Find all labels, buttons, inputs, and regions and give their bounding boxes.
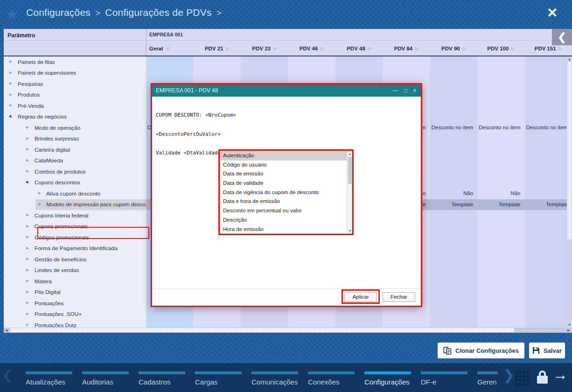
field-option[interactable]: Hora de emissão [220,225,347,234]
nav-item-geren[interactable]: Geren [477,371,498,386]
grid-cell[interactable]: Não [477,188,524,199]
vertical-scrollbar[interactable]: ▲ ▼ [567,56,572,328]
tree-item[interactable]: ▶Produtos [4,90,146,101]
tree-collapsed-icon[interactable]: ▶ [26,159,29,162]
breadcrumb-item-configuracoes[interactable]: Configurações [26,7,91,18]
scroll-down-icon[interactable]: ▼ [568,323,571,326]
tree-item[interactable]: ▶Carteira digital [4,144,146,155]
nav-item-auditorias[interactable]: Auditorias [82,371,131,386]
tree-item[interactable]: ▶Matera [4,276,146,287]
tree-collapsed-icon[interactable]: ▶ [26,290,29,294]
tree-collapsed-icon[interactable]: ▶ [9,71,12,75]
tree-item[interactable]: ▶Ativa cupom desconto [4,188,146,199]
tree-item[interactable]: ▶Modelo de impressão para cupom desconto [4,199,146,210]
breadcrumb-item-configuracoes-de-pdvs[interactable]: Configurações de PDVs [105,7,211,18]
listbox-scroll-thumb[interactable] [348,157,352,184]
nav-item-cadastros[interactable]: Cadastros [139,371,187,386]
tree-item[interactable]: ▶Pontuações .SOU+ [4,309,146,320]
tree-item[interactable]: ▶Pontuações [4,298,146,309]
tree-collapsed-icon[interactable]: ▶ [9,93,12,97]
grid-cell[interactable] [525,188,572,199]
tree-item[interactable]: ▶Pontuações Dotz [4,320,146,328]
tree-collapsed-icon[interactable]: ▶ [26,279,29,283]
vertical-scroll-thumb[interactable] [567,62,572,239]
tree-item[interactable]: ▶CataMoeda [4,155,146,167]
tree-item[interactable]: ▶Gestão de benefícios [4,254,146,265]
nav-previous-icon[interactable]: ❮ [2,367,14,383]
forward-arrow-icon[interactable]: → [552,366,568,384]
column-header-pdv-84[interactable]: PDV 84▷ [383,42,430,56]
tree-item[interactable]: ▶Forma de Pagamento Identificada [4,243,146,254]
close-dialog-icon[interactable]: × [413,88,416,93]
tree-item[interactable]: ▶Paineis de supervisores [4,68,146,79]
field-option[interactable]: Autenticação [220,151,347,161]
nav-item-conexões[interactable]: Conexões [308,371,356,386]
scroll-down-icon[interactable]: ▼ [349,229,352,232]
field-option[interactable]: Data de vigência do cupom de desconto [220,188,347,197]
nav-item-cargas[interactable]: Cargas [195,371,244,386]
tree-collapsed-icon[interactable]: ▶ [9,104,12,107]
listbox-scrollbar[interactable]: ▲ ▼ [347,151,352,234]
collapse-panel-button[interactable]: ❮ [552,29,572,45]
tree-collapsed-icon[interactable]: ▶ [9,60,12,63]
close-icon[interactable]: ✕ [547,5,558,21]
tree-expanded-icon[interactable]: ▶ [25,180,30,184]
grid-cell[interactable]: Desconto no item [525,122,572,133]
tree-item[interactable]: ▶Cupons promocionais [4,221,146,232]
tree-item[interactable]: ▶Brindes surpresas [4,133,146,145]
scroll-up-icon[interactable]: ▲ [349,152,352,155]
column-header-pdv-21[interactable]: PDV 21▷ [193,42,240,56]
tree-collapsed-icon[interactable]: ▶ [26,312,29,316]
field-option[interactable]: Data de validade [220,179,347,188]
tree-collapsed-icon[interactable]: ▶ [9,82,12,85]
horizontal-scroll-thumb[interactable] [10,328,514,332]
tree-collapsed-icon[interactable]: ▶ [26,126,29,129]
column-header-pdv-48[interactable]: PDV 48▷ [335,42,383,56]
nav-next-icon[interactable]: ❯ [503,367,515,383]
tree-item[interactable]: ▶Cupons descontos [4,177,146,189]
tree-item[interactable]: ▶Pesquisas [4,78,146,90]
grid-cell[interactable]: Desconto no item [477,122,524,133]
tree-collapsed-icon[interactable]: ▶ [38,203,41,206]
close-button[interactable]: Fechar [383,292,415,302]
grid-cell[interactable]: Template [477,199,524,210]
grid-cell[interactable]: Template [525,199,572,210]
grid-cell[interactable]: Desconto no item [430,122,477,133]
save-button[interactable]: Salvar [529,343,565,358]
tree-collapsed-icon[interactable]: ▶ [26,235,29,239]
tree-item[interactable]: ▶Pré-Venda [4,100,146,112]
tree-item[interactable]: ▶Modo de operação [4,122,146,133]
field-option[interactable]: Data e hora de emissão [220,197,347,206]
dialog-title-bar[interactable]: EMPRESA 001 - PDV 48 [152,84,421,97]
column-header-pdv-100[interactable]: PDV 100▷ [477,42,524,56]
tree-item[interactable]: ▶Regras de negócios [4,112,146,123]
tree-collapsed-icon[interactable]: ▶ [26,268,29,272]
nav-item-df-e[interactable]: DF-e [421,371,469,386]
tree-item[interactable]: ▶Combos de produtos [4,166,146,177]
scroll-right-icon[interactable]: ▶ [567,329,570,332]
field-option[interactable]: Desconto em percentual ou valor [220,206,347,216]
tree-collapsed-icon[interactable]: ▶ [26,169,29,173]
scroll-left-icon[interactable]: ◀ [5,329,7,332]
grid-cell[interactable]: Template [430,199,477,210]
tree-collapsed-icon[interactable]: ▶ [26,257,29,261]
tree-collapsed-icon[interactable]: ▶ [26,224,29,228]
field-option[interactable]: Data de emissão [220,169,347,179]
maximize-icon[interactable]: □ [404,88,407,93]
field-option[interactable]: Código do usuário [220,161,347,170]
scroll-up-icon[interactable]: ▲ [568,57,571,61]
tree-item[interactable]: ▶Paineis de filas [4,56,146,68]
column-header-pdv-23[interactable]: PDV 23▷ [241,42,288,56]
column-header-geral[interactable]: Geral◁ [146,42,193,56]
nav-item-configurações[interactable]: Configurações [364,371,413,386]
tree-collapsed-icon[interactable]: ▶ [26,301,29,305]
tree-item[interactable]: ▶Pila Digital [4,287,146,298]
minimize-icon[interactable]: — [393,88,398,93]
lock-icon[interactable] [537,371,548,385]
tree-collapsed-icon[interactable]: ▶ [26,137,29,140]
column-header-pdv-90[interactable]: PDV 90▷ [430,42,477,56]
tree-collapsed-icon[interactable]: ▶ [26,246,29,250]
tree-collapsed-icon[interactable]: ▶ [26,213,29,217]
nav-item-comunicações[interactable]: Comunicações [251,371,300,386]
tree-collapsed-icon[interactable]: ▶ [26,147,29,151]
